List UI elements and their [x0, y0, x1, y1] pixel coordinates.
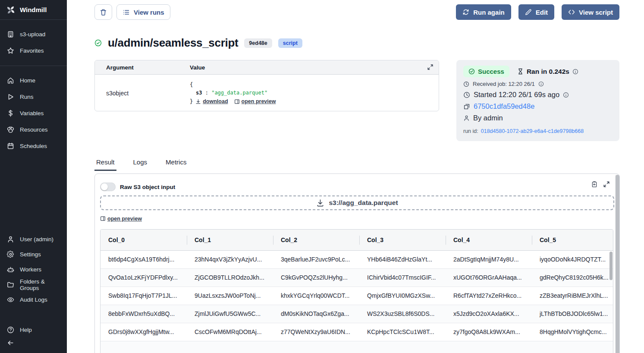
table-cell — [446, 341, 532, 353]
sidebar-item-favorites[interactable]: Favorites — [0, 42, 67, 59]
table-scrollbar[interactable] — [609, 251, 613, 353]
panel-open-icon — [234, 99, 240, 104]
sidebar-item-workspace[interactable]: s3-upload — [0, 26, 67, 42]
clock-icon — [463, 91, 470, 98]
tab-result[interactable]: Result — [94, 157, 116, 171]
sidebar-item-label: Home — [20, 77, 35, 84]
sidebar-item-audit-logs[interactable]: Audit Logs — [0, 292, 67, 307]
json-string-value: "agg_data.parquet" — [211, 90, 267, 96]
open-preview-link[interactable]: open preview — [100, 216, 142, 222]
check-circle-icon — [468, 68, 475, 75]
result-table: Col_0Col_1Col_2Col_3Col_4Col_5 bt6dp4CgX… — [101, 230, 613, 353]
panel-scrollbar[interactable] — [615, 175, 619, 353]
calendar-icon — [7, 142, 14, 150]
brand-label: Windmill — [20, 6, 47, 13]
json-key: s3 — [196, 90, 202, 96]
table-cell: xUGOt76ORGrAAHaqa... — [446, 268, 532, 287]
download-link[interactable]: download — [195, 97, 228, 106]
table-cell — [101, 341, 187, 353]
panel-scrollbar-thumb[interactable] — [616, 175, 619, 353]
s3-file-link: s3://agg_data.parquet — [329, 199, 398, 207]
download-label: download — [203, 97, 228, 106]
raw-s3-toggle-row: Raw S3 object input — [100, 183, 619, 191]
table-cell: QvOa1oLzKFjYDFPdlxy... — [101, 268, 187, 287]
raw-s3-toggle[interactable] — [100, 183, 116, 191]
hash-badge[interactable]: 9ed48e — [244, 38, 272, 48]
sidebar-item-home[interactable]: Home — [0, 72, 67, 88]
open-preview-link[interactable]: open preview — [234, 97, 276, 106]
table-scrollbar-thumb[interactable] — [609, 252, 613, 280]
star-icon — [7, 47, 14, 54]
sidebar-item-user[interactable]: User (admin) — [0, 232, 67, 247]
sidebar-item-label: Settings — [20, 251, 41, 258]
trash-icon — [100, 9, 107, 16]
delete-button[interactable] — [94, 4, 112, 20]
table-row-empty — [101, 341, 613, 353]
clipboard-copy-icon[interactable] — [591, 181, 598, 188]
table-cell: Swb8Iq17FqHjoT7P1JL... — [101, 287, 187, 305]
view-runs-button[interactable]: View runs — [116, 4, 170, 20]
table-cell: khxkYGCqYrlq00WCDT... — [273, 287, 359, 305]
table-cell: 2aDtSgtIqMnjjM74y8U... — [446, 250, 532, 268]
sidebar-item-schedules[interactable]: Schedules — [0, 138, 67, 154]
sidebar-item-resources[interactable]: Resources — [0, 121, 67, 138]
result-table-header-row: Col_0Col_1Col_2Col_3Col_4Col_5 — [101, 230, 613, 250]
sidebar-item-label: Runs — [20, 94, 34, 100]
sidebar-collapse-group — [0, 335, 67, 350]
code-icon — [568, 9, 575, 16]
column-header: Col_4 — [446, 230, 532, 250]
view-runs-label: View runs — [134, 9, 164, 16]
table-row: Swb8Iq17FqHjoT7P1JL...9UazLsxzsJW0oPToNj… — [101, 287, 613, 305]
worker-job-id-link[interactable]: 6750c1dfa59ed48e — [474, 102, 534, 110]
toolbar-right: Run again Edit View script — [456, 4, 619, 20]
table-cell: gdReQhyC8192c05H6k... — [532, 268, 613, 287]
main-content: View runs Run again Edit — [67, 0, 644, 353]
brand[interactable]: Windmill — [0, 0, 67, 20]
worker-icon — [463, 103, 470, 110]
edit-button[interactable]: Edit — [518, 4, 554, 20]
info-icon[interactable] — [538, 81, 544, 87]
run-id-link[interactable]: 018d4580-1072-ab29-e6a4-c1de9798b668 — [481, 128, 584, 134]
boxes-icon — [7, 126, 14, 133]
sidebar-item-settings[interactable]: Settings — [0, 247, 67, 262]
started-label: Started 12:20 26/1 69s ago — [474, 91, 559, 99]
table-cell: z77QWeNtXzy9aU6IDN... — [273, 323, 359, 341]
clock-icon — [463, 81, 469, 87]
view-script-button[interactable]: View script — [562, 4, 619, 20]
sidebar-item-workers[interactable]: Workers — [0, 262, 67, 277]
expand-icon[interactable] — [427, 64, 434, 70]
maximize-icon[interactable] — [603, 181, 610, 188]
run-id-row: run id: 018d4580-1072-ab29-e6a4-c1de9798… — [463, 128, 613, 134]
run-again-button[interactable]: Run again — [456, 4, 511, 20]
user-icon — [7, 236, 14, 243]
worker-job-row: 6750c1dfa59ed48e — [463, 102, 613, 110]
sidebar-item-folders-groups[interactable]: Folders & Groups — [0, 277, 67, 292]
sidebar-item-label: s3-upload — [20, 31, 45, 38]
tab-metrics[interactable]: Metrics — [164, 157, 188, 171]
sidebar-collapse-button[interactable] — [0, 335, 67, 350]
sidebar-item-label: Folders & Groups — [20, 278, 60, 291]
folder-icon — [7, 281, 14, 288]
table-cell: 3qeBarlueJF2uvc9PoLc... — [273, 250, 359, 268]
info-icon[interactable] — [563, 92, 569, 98]
sidebar-item-variables[interactable]: Variables — [0, 105, 67, 121]
duration-label: Ran in 0.242s — [527, 68, 569, 76]
view-script-label: View script — [579, 9, 613, 16]
argument-name: s3object — [95, 81, 190, 106]
sidebar-workspace-group: s3-upload Favorites — [0, 20, 67, 66]
gear-icon — [7, 251, 14, 258]
sidebar-item-label: Schedules — [20, 143, 47, 149]
sidebar-nav: Home Runs Variables — [0, 72, 67, 154]
toolbar-left: View runs — [94, 4, 170, 20]
s3-file-download-area[interactable]: s3://agg_data.parquet — [100, 195, 614, 210]
table-row: QvOa1oLzKFjYDFPdlxy...ZjGCOB9TLLROdzoJkh… — [101, 268, 613, 287]
run-id-label: run id: — [463, 128, 478, 134]
eye-icon — [7, 296, 14, 303]
table-row: GDrs0j8wXXgfHgjjMtw...CscOFwM6MRqDOttAj.… — [101, 323, 613, 341]
sidebar-item-runs[interactable]: Runs — [0, 88, 67, 105]
tab-logs[interactable]: Logs — [132, 157, 149, 171]
robot-icon — [7, 266, 14, 273]
open-preview-label: open preview — [107, 216, 142, 222]
windmill-logo-icon — [6, 5, 16, 15]
info-icon[interactable] — [572, 69, 578, 75]
